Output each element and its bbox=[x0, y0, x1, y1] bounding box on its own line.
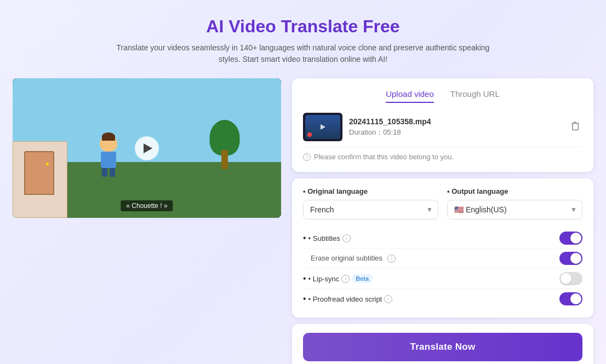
video-scene: « Chouette ! » bbox=[13, 78, 281, 218]
file-name: 20241115_105358.mp4 bbox=[349, 117, 568, 126]
cartoon-character bbox=[93, 135, 123, 176]
info-icon-confirm: i bbox=[303, 153, 311, 161]
lipsync-setting-row: • Lip-sync i Beta bbox=[303, 268, 582, 288]
play-icon bbox=[144, 143, 152, 153]
erase-info-icon[interactable]: i bbox=[387, 255, 396, 263]
erase-subtitles-toggle[interactable] bbox=[559, 252, 582, 265]
output-language-select-wrapper: 🇺🇸 English(US) 🇬🇧 English(UK) 🇫🇷 French … bbox=[447, 200, 582, 219]
page-title: AI Video Translate Free bbox=[11, 16, 595, 37]
tab-url[interactable]: Through URL bbox=[450, 89, 500, 103]
duration-value: 05:18 bbox=[383, 128, 401, 136]
subtitles-toggle[interactable] bbox=[559, 232, 582, 245]
original-language-group: • Original language French English Spani… bbox=[303, 187, 438, 219]
output-language-label: • Output language bbox=[447, 187, 582, 195]
proofread-label: • Proofread video script i bbox=[303, 294, 392, 304]
video-container: « Chouette ! » bbox=[13, 78, 281, 218]
lipsync-label: • Lip-sync i Beta bbox=[303, 274, 373, 284]
erase-subtitles-label: Erase original subtitles i bbox=[303, 254, 396, 263]
erase-subtitles-row: Erase original subtitles i bbox=[303, 248, 582, 268]
delete-button[interactable] bbox=[568, 119, 582, 136]
thumb-play-icon bbox=[321, 124, 325, 130]
lipsync-info-icon[interactable]: i bbox=[341, 275, 350, 283]
subtitles-info-icon[interactable]: i bbox=[342, 234, 351, 242]
language-row: • Original language French English Spani… bbox=[303, 187, 582, 219]
proofread-setting-row: • Proofread video script i bbox=[303, 288, 582, 309]
file-info-row: 20241115_105358.mp4 Duration：05:18 bbox=[303, 113, 582, 141]
cartoon-wall bbox=[13, 141, 67, 218]
page-subtitle: Translate your videos seamlessly in 140+… bbox=[111, 42, 495, 65]
thumb-dot bbox=[307, 132, 312, 137]
tabs: Upload video Through URL bbox=[303, 89, 582, 103]
translate-now-button[interactable]: Translate Now bbox=[303, 333, 582, 361]
beta-badge: Beta bbox=[352, 274, 373, 283]
proofread-toggle[interactable] bbox=[559, 292, 582, 305]
right-panel: Upload video Through URL 20241115_105358… bbox=[292, 78, 593, 364]
original-language-select-wrapper: French English Spanish German ▼ bbox=[303, 200, 438, 219]
char-leg-left bbox=[102, 168, 107, 177]
translate-card: Translate Now bbox=[292, 324, 593, 364]
file-thumbnail bbox=[303, 113, 342, 141]
original-language-label: • Original language bbox=[303, 187, 438, 195]
thumb-inner bbox=[305, 115, 340, 139]
duration-label: Duration： bbox=[349, 128, 383, 136]
char-head bbox=[100, 135, 117, 152]
char-leg-right bbox=[110, 168, 115, 177]
play-button[interactable] bbox=[135, 136, 159, 160]
char-legs bbox=[93, 168, 123, 177]
cartoon-tree bbox=[208, 120, 241, 169]
confirm-text: Please confirm that this video belong to… bbox=[314, 153, 454, 161]
proofread-info-icon[interactable]: i bbox=[384, 295, 392, 303]
cartoon-door bbox=[24, 151, 54, 195]
file-duration: Duration：05:18 bbox=[349, 128, 568, 137]
char-hair bbox=[102, 132, 115, 141]
tree-trunk bbox=[221, 150, 228, 169]
original-language-select[interactable]: French English Spanish German bbox=[303, 200, 438, 219]
lipsync-toggle[interactable] bbox=[559, 272, 582, 285]
subtitles-setting-row: • Subtitles i bbox=[303, 228, 582, 248]
subtitles-label: • Subtitles i bbox=[303, 233, 351, 243]
tab-upload[interactable]: Upload video bbox=[386, 89, 434, 103]
main-content: « Chouette ! » Upload video Through URL bbox=[13, 78, 593, 364]
confirm-row: i Please confirm that this video belong … bbox=[303, 147, 582, 161]
char-body bbox=[101, 152, 116, 168]
output-language-group: • Output language 🇺🇸 English(US) 🇬🇧 Engl… bbox=[447, 187, 582, 219]
file-details: 20241115_105358.mp4 Duration：05:18 bbox=[349, 117, 568, 137]
upload-card: Upload video Through URL 20241115_105358… bbox=[292, 78, 593, 172]
output-language-select[interactable]: 🇺🇸 English(US) 🇬🇧 English(UK) 🇫🇷 French … bbox=[447, 200, 582, 219]
language-card: • Original language French English Spani… bbox=[292, 178, 593, 317]
video-panel: « Chouette ! » bbox=[13, 78, 281, 218]
video-caption: « Chouette ! » bbox=[121, 200, 173, 211]
